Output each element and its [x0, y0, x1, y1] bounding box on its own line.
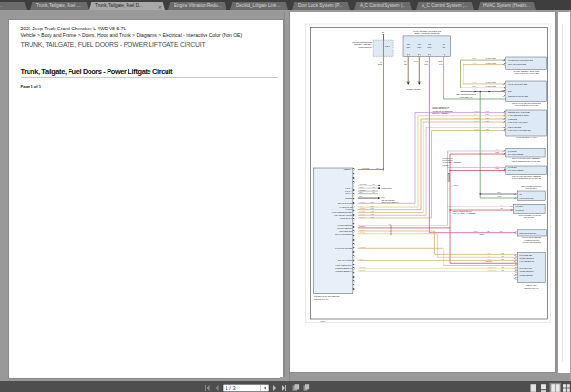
svg-text:0.35: 0.35 — [501, 255, 503, 256]
svg-text:40A: 40A — [381, 33, 384, 35]
svg-text:GRN: GRN — [497, 195, 502, 197]
svg-text:CAN B (+): CAN B (+) — [345, 186, 352, 188]
svg-text:WHT: WHT — [359, 186, 363, 187]
svg-text:LATCH REDUNDANT CINCH: LATCH REDUNDANT CINCH — [508, 114, 530, 116]
svg-text:0.35: 0.35 — [501, 264, 503, 265]
svg-text:PNK/VIO: PNK/VIO — [359, 224, 365, 225]
svg-text:2: 2 — [502, 91, 503, 92]
svg-text:PWRPER SENSOR 1: PWRPER SENSOR 1 — [519, 271, 534, 272]
svg-text:(F87): (F87) — [417, 45, 422, 47]
svg-text:(PIN): (PIN) — [423, 62, 428, 64]
svg-text:PWRPER SENSOR: PWRPER SENSOR — [519, 274, 533, 275]
svg-text:C/B 7: C/B 7 — [385, 45, 390, 47]
svg-text:C1: C1 — [372, 189, 374, 190]
svg-text:C1: C1 — [372, 192, 374, 193]
svg-text:0.35: 0.35 — [501, 252, 503, 253]
svg-text:SOUTH BW SNB: SOUTH BW SNB — [508, 126, 522, 127]
svg-text:PWR GATE CHIME: PWR GATE CHIME — [519, 196, 534, 198]
svg-text:A: A — [381, 57, 383, 59]
svg-text:LIFTGATE CINCH LATCH: LIFTGATE CINCH LATCH — [516, 136, 538, 138]
svg-text:C1: C1 — [372, 184, 374, 185]
svg-text:PWR LIFTG LATCH RELEASE: PWR LIFTG LATCH RELEASE — [508, 129, 531, 131]
svg-text:LINED BUS: LINED BUS — [508, 117, 518, 119]
svg-text:0.35: 0.35 — [485, 111, 488, 112]
svg-text:DLV GATE CHIME: DLV GATE CHIME — [519, 267, 531, 269]
svg-text:WHT/BK: WHT/BK — [442, 163, 449, 165]
svg-text:WHT/YEL: WHT/YEL — [359, 266, 365, 267]
svg-text:PWR LIFTG LATCH CINCH: PWR LIFTG LATCH CINCH — [508, 120, 529, 122]
svg-text:(F87): (F87) — [442, 45, 446, 47]
svg-text:21: 21 — [487, 229, 489, 231]
svg-text:DIAGNOSTIC CAN DATA: DIAGNOSTIC CAN DATA — [381, 184, 401, 186]
svg-text:TAN/LT GRN: TAN/LT GRN — [485, 81, 496, 83]
svg-text:0.35: 0.35 — [370, 206, 373, 206]
svg-text:1 / 3: 1 / 3 — [226, 385, 236, 391]
svg-text:0.35: 0.35 — [370, 213, 373, 214]
svg-text:BLK: BLK — [359, 195, 363, 197]
svg-text:HANDLE): HANDLE) — [527, 243, 536, 245]
svg-text:FUSED B(+): FUSED B(+) — [343, 168, 352, 170]
svg-text:2: 2 — [514, 232, 515, 233]
svg-text:TAN: TAN — [487, 257, 491, 259]
svg-text:CAN C (+): CAN C (+) — [345, 192, 352, 194]
svg-text:PNCH SENS RTN: PNCH SENS RTN — [339, 229, 353, 231]
svg-text:C2008: C2008 — [453, 184, 458, 185]
svg-text:0.35: 0.35 — [485, 126, 488, 127]
svg-text:BAL: BAL — [497, 191, 500, 193]
svg-text:SWITCH ASSEMBLY: SWITCH ASSEMBLY — [432, 112, 450, 114]
svg-text:LGATE VEHICLE BW SNB: LGATE VEHICLE BW SNB — [508, 82, 528, 84]
svg-text:(F87): (F87) — [406, 45, 411, 47]
svg-text:DLV LIMITED SNB: DLV LIMITED SNB — [519, 255, 531, 256]
svg-text:DRV LGATE OPEN SW: DRV LGATE OPEN SW — [335, 232, 352, 234]
svg-text:0.35: 0.35 — [485, 129, 488, 130]
svg-text:GRN: GRN — [403, 62, 407, 64]
svg-text:HIGH MOUNT LAMP SW: HIGH MOUNT LAMP SW — [334, 214, 352, 216]
svg-text:PNK/BLU: PNK/BLU — [359, 213, 366, 214]
svg-text:TAN/BRN: TAN/BRN — [487, 263, 495, 265]
svg-text:ORN/BLK: ORN/BLK — [359, 208, 366, 209]
svg-text:(RIGHT SIDE OF LIFTGATE): (RIGHT SIDE OF LIFTGATE) — [514, 104, 538, 106]
svg-text:PINCH SENSOR SPLY: PINCH SENSOR SPLY — [335, 265, 352, 266]
svg-text:YEL: YEL — [473, 114, 476, 115]
svg-text:PWRPER SENSOR (R): PWRPER SENSOR (R) — [335, 267, 352, 269]
svg-text:BRN: BRN — [378, 63, 383, 65]
svg-text:BW: BW — [519, 192, 522, 194]
svg-text:(LEFT D PILLAR): (LEFT D PILLAR) — [523, 286, 538, 288]
svg-text:0.35: 0.35 — [485, 117, 488, 118]
svg-text:REDUNDANT LAMP BW SNB: REDUNDANT LAMP BW SNB — [508, 111, 531, 113]
svg-text:YEL: YEL — [487, 255, 490, 256]
svg-text:90 BROWN: 90 BROWN — [361, 167, 370, 168]
svg-text:AJAR SW: AJAR SW — [345, 208, 352, 210]
svg-text:RT PNCH SENS SIG: RT PNCH SENS SIG — [337, 226, 353, 228]
svg-text:WHT: WHT — [413, 60, 418, 62]
svg-text:2: 2 — [514, 255, 515, 256]
svg-text:DRV LIFTGATE SW: DRV LIFTGATE SW — [337, 259, 352, 261]
svg-text:TAN/BLU: TAN/BLU — [359, 210, 365, 212]
svg-text:TAN: TAN — [359, 257, 363, 259]
svg-text:(TO DLC DTC): (TO DLC DTC) — [381, 187, 392, 189]
svg-text:OLV: OLV — [487, 252, 491, 253]
svg-text:PINK: PINK — [473, 229, 478, 231]
svg-text:TAN/LT GRN: TAN/LT GRN — [485, 61, 496, 63]
svg-text:OLV: OLV — [472, 57, 476, 59]
svg-text:VIO/BLU: VIO/BLU — [359, 201, 365, 202]
svg-text:PNK: PNK — [495, 166, 499, 167]
svg-text:TAN: TAN — [472, 61, 476, 63]
svg-text:LATCH REDUNDANT: LATCH REDUNDANT — [519, 260, 534, 262]
svg-text:LIMITED INTO VEHICLE BW: LIMITED INTO VEHICLE BW — [508, 86, 529, 88]
svg-text:RED/BLU: RED/BLU — [485, 261, 493, 262]
svg-text:TAN/BRN: TAN/BRN — [359, 245, 366, 247]
svg-text:PILLAR) (BODY HARNESS): PILLAR) (BODY HARNESS) — [452, 212, 475, 214]
svg-text:2: 2 — [514, 261, 515, 262]
svg-text:(RIGHT REAR OF LIFTGATE): (RIGHT REAR OF LIFTGATE) — [514, 72, 539, 74]
svg-text:PWRPER SENSOR (L): PWRPER SENSOR (L) — [335, 270, 352, 272]
svg-text:GROUND: GROUND — [345, 196, 352, 198]
svg-text:TAN/BLK: TAN/BLK — [473, 128, 480, 130]
svg-text:YEL: YEL — [359, 206, 362, 206]
svg-text:DRIVE UNIT: DRIVE UNIT — [525, 187, 537, 189]
svg-text:DRV LGATE CHIME: DRV LGATE CHIME — [337, 202, 352, 204]
svg-text:LAMP BW: LAMP BW — [519, 263, 526, 265]
svg-text:0.35: 0.35 — [370, 216, 373, 217]
svg-text:DLV PINCH SENSOR: DLV PINCH SENSOR — [508, 169, 524, 171]
svg-text:(BODY CONTROL MODULE): (BODY CONTROL MODULE) — [414, 32, 440, 34]
